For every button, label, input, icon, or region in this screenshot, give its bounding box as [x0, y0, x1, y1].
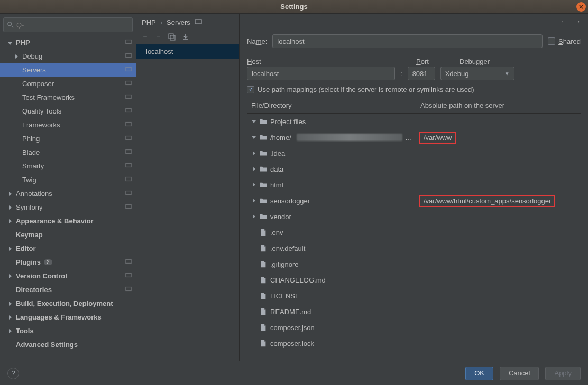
folder-icon	[260, 165, 267, 173]
button-bar: ? OK Cancel Apply	[0, 361, 588, 385]
shared-checkbox[interactable]: Shared	[548, 37, 581, 45]
tree-item[interactable]: Advanced Settings	[0, 337, 136, 351]
map-cell-file: Project files	[247, 118, 416, 126]
tree-item-label: Blade	[22, 148, 40, 156]
ok-button[interactable]: OK	[465, 367, 493, 380]
map-cell-file: README.md	[247, 308, 416, 316]
settings-search[interactable]	[3, 17, 133, 32]
path-mapping-body[interactable]: Project files/home/.../var/www.ideadatah…	[247, 114, 581, 361]
nav-forward-button[interactable]: →	[574, 17, 581, 25]
map-file-name: .gitignore	[270, 260, 298, 268]
settings-tree[interactable]: PHPDebugServersComposerTest FrameworksQu…	[0, 35, 136, 361]
map-row[interactable]: data	[247, 161, 581, 177]
apply-button[interactable]: Apply	[545, 367, 581, 380]
map-cell-remote[interactable]: /var/www/html/custom_apps/sensorlogger	[416, 197, 581, 205]
map-row[interactable]: CHANGELOG.md	[247, 272, 581, 288]
tree-item[interactable]: Twig	[0, 173, 136, 186]
tree-item[interactable]: Smarty	[0, 159, 136, 173]
tree-item[interactable]: Version Control	[0, 269, 136, 283]
map-cell-remote[interactable]: /var/www	[416, 134, 581, 142]
name-input[interactable]	[272, 34, 543, 48]
tree-item[interactable]: PHP	[0, 35, 136, 49]
server-list-item[interactable]: localhost	[136, 44, 239, 59]
tree-item[interactable]: Appearance & Behavior	[0, 214, 136, 228]
chevron-icon	[7, 217, 13, 225]
map-row[interactable]: .env	[247, 224, 581, 240]
tree-item[interactable]: Blade	[0, 145, 136, 159]
host-input[interactable]	[247, 67, 395, 80]
tree-item[interactable]: Quality Tools	[0, 104, 136, 118]
tree-item[interactable]: Test Frameworks	[0, 90, 136, 104]
map-row[interactable]: LICENSE	[247, 288, 581, 304]
map-row[interactable]: composer.lock	[247, 335, 581, 351]
map-cell-file: .env.default	[247, 245, 416, 252]
map-row[interactable]: .gitignore	[247, 256, 581, 272]
tree-item[interactable]: Keymap	[0, 228, 136, 241]
tree-item[interactable]: Tools	[0, 324, 136, 337]
folder-icon	[260, 197, 267, 204]
map-row[interactable]: .idea	[247, 145, 581, 161]
map-row[interactable]: composer.json	[247, 320, 581, 335]
map-row[interactable]: README.md	[247, 304, 581, 320]
folder-icon	[260, 118, 267, 125]
tree-item[interactable]: Composer	[0, 77, 136, 90]
help-button[interactable]: ?	[7, 368, 19, 379]
map-row[interactable]: /home/.../var/www	[247, 129, 581, 145]
copy-server-button[interactable]	[168, 33, 176, 41]
breadcrumb-servers[interactable]: Servers	[167, 18, 190, 26]
tree-item[interactable]: Plugins2	[0, 255, 136, 269]
tree-item[interactable]: Languages & Frameworks	[0, 310, 136, 324]
tree-item-label: Advanced Settings	[16, 341, 78, 349]
folder-icon	[260, 149, 267, 157]
tree-item[interactable]: Debug	[0, 49, 136, 63]
file-icon	[260, 260, 267, 268]
tree-item[interactable]: Annotations	[0, 186, 136, 200]
cancel-button[interactable]: Cancel	[500, 367, 539, 380]
col-file-dir: File/Directory	[247, 99, 416, 113]
map-file-name: .env	[270, 229, 283, 237]
map-cell-file: composer.json	[247, 324, 416, 332]
chevron-icon	[251, 167, 256, 171]
use-path-mappings-checkbox[interactable]: Use path mappings (select if the server …	[247, 86, 474, 93]
map-file-name: data	[270, 165, 283, 173]
tree-item[interactable]: Directories	[0, 283, 136, 296]
tree-item-label: Smarty	[22, 162, 44, 170]
window-close-button[interactable]	[576, 2, 586, 12]
server-detail-panel: ← → Name: Shared Host Port Debugger : Xd…	[240, 14, 588, 361]
scope-icon	[125, 66, 132, 73]
badge: 2	[44, 259, 52, 265]
titlebar: Settings	[0, 0, 588, 14]
remove-server-button[interactable]: －	[155, 32, 162, 42]
ellipsis: ...	[406, 134, 411, 142]
map-row[interactable]: html	[247, 177, 581, 193]
map-row[interactable]: vendor	[247, 209, 581, 224]
tree-item[interactable]: Symfony	[0, 200, 136, 214]
server-list[interactable]: localhost	[136, 44, 239, 361]
tree-item-label: Editor	[16, 245, 36, 252]
breadcrumb-php[interactable]: PHP	[142, 18, 156, 26]
map-file-name: Project files	[270, 118, 306, 126]
port-input[interactable]	[408, 67, 435, 80]
nav-back-button[interactable]: ←	[561, 17, 567, 25]
add-server-button[interactable]: ＋	[142, 32, 149, 42]
chevron-icon	[7, 245, 13, 252]
tree-item[interactable]: Build, Execution, Deployment	[0, 296, 136, 310]
debugger-value: Xdebug	[445, 70, 469, 78]
search-input[interactable]	[16, 21, 129, 29]
tree-item[interactable]: Servers	[0, 63, 136, 77]
map-row[interactable]: Project files	[247, 114, 581, 129]
map-cell-file: .env	[247, 229, 416, 237]
path-mapping-table: File/Directory Absolute path on the serv…	[247, 99, 581, 361]
tree-item[interactable]: Frameworks	[0, 118, 136, 132]
map-row[interactable]: sensorlogger/var/www/html/custom_apps/se…	[247, 193, 581, 209]
tree-item[interactable]: Phing	[0, 132, 136, 145]
debugger-select[interactable]: Xdebug ▼	[440, 67, 514, 80]
import-button[interactable]	[182, 33, 189, 41]
file-icon	[260, 245, 267, 252]
tree-item[interactable]: Editor	[0, 241, 136, 255]
map-file-name: LICENSE	[270, 292, 300, 300]
map-row[interactable]: .env.default	[247, 240, 581, 256]
tree-item-label: Version Control	[16, 272, 67, 280]
chevron-icon	[251, 151, 256, 155]
redacted	[297, 134, 402, 141]
